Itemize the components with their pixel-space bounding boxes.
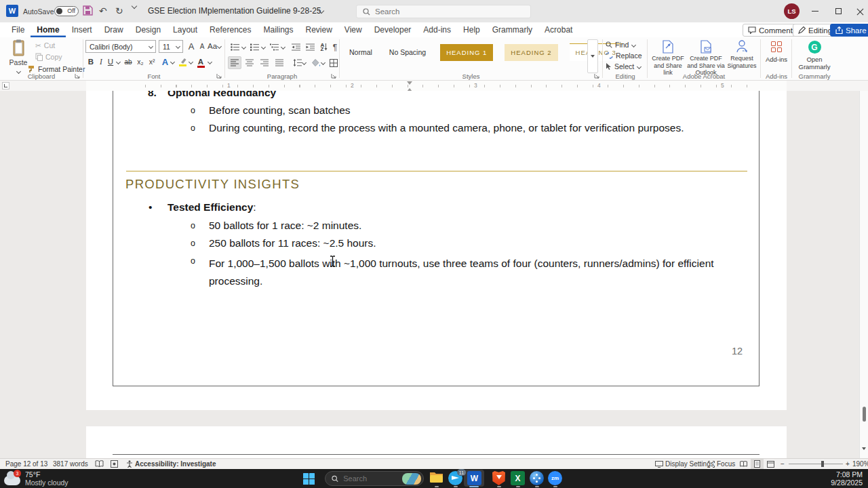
multilevel-list-button[interactable] [267,41,281,54]
tab-help[interactable]: Help [457,22,486,37]
blue-sphere-app-icon[interactable] [530,471,544,485]
shading-chevron-icon[interactable] [321,61,326,64]
vertical-scrollbar[interactable] [859,91,868,458]
doc-line[interactable]: Before counting, scan batches [209,104,351,117]
increase-indent-button[interactable] [303,41,317,54]
taskbar-search[interactable] [325,471,424,486]
create-pdf-share-link-button[interactable]: Create PDF and Share link [649,39,687,77]
font-color-chevron-icon[interactable] [208,60,212,64]
shrink-font-button[interactable]: A [197,39,207,53]
change-case-button[interactable]: Aa [208,39,220,53]
accessibility-status[interactable]: Accessibility: Investigate [126,460,216,468]
tab-stop-selector[interactable] [2,82,9,89]
word-taskbar-icon[interactable]: W [467,471,481,485]
zoom-percentage[interactable]: 190% [852,460,868,468]
doc-paragraph[interactable]: For 1,000–1,500 ballots with ~1,000 turn… [209,255,736,290]
tab-layout[interactable]: Layout [167,22,203,37]
request-signatures-button[interactable]: Request Signatures [725,39,759,69]
select-button[interactable]: Select [606,62,642,70]
highlight-chevron-icon[interactable] [189,60,193,64]
tab-acrobat[interactable]: Acrobat [538,22,578,37]
document-title[interactable]: GSE Election IMplementation Guideline 9-… [148,6,321,16]
style-heading2[interactable]: HEADING 2 [505,44,557,61]
font-name-combo[interactable]: Calibri (Body) [85,40,156,53]
focus-button[interactable]: Focus [708,460,735,468]
strikethrough-button[interactable]: ab [123,55,134,68]
create-pdf-outlook-button[interactable]: Create PDF and Share via Outlook [687,39,725,77]
align-left-button[interactable] [228,56,241,69]
styles-dialog-launcher-icon[interactable] [594,73,600,79]
style-no-spacing[interactable]: No Spacing [387,44,429,60]
close-button[interactable] [849,0,868,22]
efficiency-title[interactable]: Tested Efficiency: [167,201,256,214]
autosave-toggle[interactable]: Off [54,6,79,16]
tab-addins[interactable]: Add-ins [417,22,457,37]
grow-font-button[interactable]: A [186,39,197,53]
doc-line[interactable]: During counting, record the process with… [209,122,684,134]
text-effects-chevron-icon[interactable] [170,60,175,64]
display-settings-button[interactable]: Display Settings [655,460,714,468]
zoom-slider-track[interactable] [789,464,843,464]
account-avatar[interactable]: LS [784,3,800,19]
justify-button[interactable] [273,56,286,69]
tab-design[interactable]: Design [130,22,167,37]
doc-line[interactable]: 250 ballots for 11 races: ~2.5 hours. [209,237,376,249]
weather-widget[interactable]: 3 75°F Mostly cloudy [4,470,68,487]
font-color-button[interactable]: A [195,55,206,68]
subscript-button[interactable]: x₂ [135,55,146,68]
tab-references[interactable]: References [203,22,257,37]
print-layout-button[interactable] [751,459,764,469]
copy-button[interactable]: Copy [35,53,62,61]
share-button[interactable]: Share [830,24,868,37]
zoom-slider-thumb[interactable] [821,461,824,467]
zoom-in-button[interactable]: + [846,460,850,468]
zoom-out-button[interactable]: − [781,460,785,468]
tab-home[interactable]: Home [31,22,65,37]
minimize-button[interactable] [804,0,826,22]
addins-button[interactable]: Add-ins [761,41,792,63]
bullets-chevron-icon[interactable] [241,45,246,49]
file-explorer-icon[interactable] [429,471,443,485]
superscript-button[interactable]: x² [146,55,157,68]
align-right-button[interactable] [258,56,271,69]
telegram-icon[interactable]: 11 [448,471,462,485]
find-button[interactable]: Find [606,41,636,49]
align-center-button[interactable] [243,56,256,69]
borders-button[interactable] [327,56,340,69]
decrease-indent-button[interactable] [289,41,302,54]
styles-more-button[interactable] [587,39,598,73]
section-heading[interactable]: PRODUCTIVITY INSIGHTS [125,177,300,192]
word-count[interactable]: 3817 words [53,460,88,468]
paragraph-dialog-launcher-icon[interactable] [331,73,337,79]
bullets-button[interactable] [228,41,241,54]
save-icon[interactable] [83,5,93,16]
brave-icon[interactable] [492,471,506,485]
list-item-title[interactable]: Optional Redundancy [167,91,276,99]
open-grammarly-button[interactable]: G Open Grammarly [792,41,837,70]
cut-button[interactable]: ✂ Cut [35,41,55,49]
titlebar-search[interactable] [356,5,531,18]
page-indicator[interactable]: Page 12 of 13 [5,460,47,468]
list-number[interactable]: 8. [148,91,157,99]
tab-insert[interactable]: Insert [66,22,98,37]
horizontal-ruler[interactable]: 1 2 3 4 5 [0,81,868,91]
redo-icon[interactable]: ↻ [115,5,123,16]
zoom-app-icon[interactable]: zm [548,471,562,485]
underline-chevron-icon[interactable] [116,60,121,64]
font-size-combo[interactable]: 11 [159,40,183,53]
doc-line[interactable]: 50 ballots for 1 race: ~2 minutes. [209,220,361,232]
excel-icon[interactable]: X [511,471,525,485]
customize-qat-icon[interactable] [132,4,138,15]
tab-draw[interactable]: Draw [98,22,130,37]
replace-button[interactable]: Replace [606,52,642,60]
tab-grammarly[interactable]: Grammarly [486,22,538,37]
italic-button[interactable]: I [97,55,105,68]
document-page-13[interactable] [86,426,787,458]
clipboard-dialog-launcher-icon[interactable] [75,73,81,79]
web-layout-button[interactable] [764,459,777,469]
highlight-button[interactable] [177,55,188,68]
scrollbar-thumb[interactable] [863,407,866,422]
read-mode-button[interactable] [737,459,750,469]
style-normal[interactable]: Normal [347,44,375,60]
tab-file[interactable]: File [5,22,31,37]
